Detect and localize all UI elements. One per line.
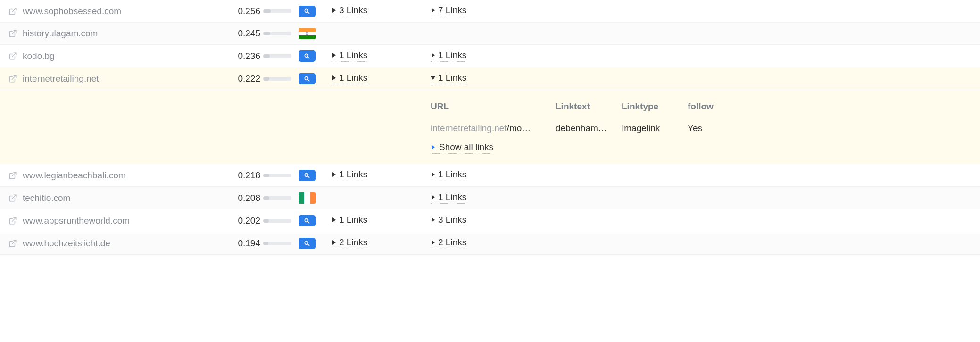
score-bar bbox=[263, 174, 299, 177]
links-toggle[interactable]: 1 Links bbox=[431, 50, 466, 62]
links-count: 2 Links bbox=[438, 237, 466, 248]
links-column-2: 1 Links bbox=[431, 169, 972, 181]
svg-line-38 bbox=[307, 244, 309, 245]
score-value: 0.208 bbox=[211, 193, 263, 203]
links-column-2: 2 Links bbox=[431, 237, 972, 249]
caret-right-icon bbox=[431, 194, 435, 200]
links-toggle[interactable]: 1 Links bbox=[332, 73, 367, 84]
domain-link[interactable]: historyulagam.com bbox=[23, 28, 98, 39]
svg-rect-28 bbox=[304, 192, 310, 204]
links-toggle[interactable]: 1 Links bbox=[332, 50, 367, 62]
domain-link[interactable]: www.hochzeitslicht.de bbox=[23, 238, 110, 249]
caret-right-icon bbox=[332, 75, 336, 81]
svg-line-31 bbox=[12, 217, 16, 221]
external-link-icon[interactable] bbox=[8, 217, 17, 225]
external-link-icon[interactable] bbox=[8, 29, 17, 38]
links-toggle[interactable]: 1 Links bbox=[332, 215, 367, 226]
svg-rect-27 bbox=[299, 192, 304, 204]
links-toggle[interactable]: 2 Links bbox=[431, 237, 466, 249]
links-count: 1 Links bbox=[438, 50, 466, 60]
links-column-1: 1 Links bbox=[332, 73, 431, 84]
links-count: 1 Links bbox=[339, 215, 367, 225]
show-all-links[interactable]: Show all links bbox=[431, 142, 493, 154]
caret-right-icon bbox=[431, 52, 435, 58]
details-row: internetretailing.net/mo…debenham…Imagel… bbox=[431, 120, 972, 142]
caret-right-icon bbox=[431, 172, 435, 177]
links-toggle[interactable]: 7 Links bbox=[431, 5, 466, 17]
score-bar bbox=[263, 196, 299, 200]
external-link-icon[interactable] bbox=[8, 239, 17, 248]
svg-marker-13 bbox=[332, 53, 336, 58]
links-column-2: 1 Links bbox=[431, 192, 972, 204]
links-toggle[interactable]: 1 Links bbox=[332, 169, 367, 181]
caret-right-icon bbox=[332, 240, 336, 245]
domain-link[interactable]: kodo.bg bbox=[23, 51, 55, 61]
caret-right-icon bbox=[431, 240, 435, 245]
details-url[interactable]: internetretailing.net/mo… bbox=[431, 123, 556, 133]
search-button[interactable] bbox=[299, 50, 316, 62]
score-bar bbox=[263, 9, 299, 13]
links-column-2: 1 Links bbox=[431, 73, 972, 84]
table-row: www.legianbeachbali.com0.2181 Links1 Lin… bbox=[0, 164, 980, 187]
svg-marker-34 bbox=[332, 217, 336, 222]
links-column-2: 3 Links bbox=[431, 215, 972, 226]
svg-line-15 bbox=[12, 75, 16, 79]
svg-line-23 bbox=[307, 176, 309, 177]
search-button[interactable] bbox=[299, 73, 316, 84]
country-flag-india bbox=[299, 28, 332, 39]
links-toggle[interactable]: 1 Links bbox=[431, 73, 466, 84]
links-count: 7 Links bbox=[438, 5, 466, 16]
svg-line-10 bbox=[12, 53, 16, 57]
table-row: www.appsruntheworld.com0.2021 Links3 Lin… bbox=[0, 209, 980, 232]
search-button[interactable] bbox=[299, 6, 316, 17]
search-button[interactable] bbox=[299, 170, 316, 181]
external-link-icon[interactable] bbox=[8, 194, 17, 202]
links-column-2: 7 Links bbox=[431, 5, 972, 17]
show-all-label: Show all links bbox=[439, 142, 493, 152]
search-button[interactable] bbox=[299, 238, 316, 249]
score-value: 0.222 bbox=[211, 74, 263, 84]
svg-line-12 bbox=[307, 57, 309, 58]
svg-line-17 bbox=[307, 79, 309, 81]
svg-marker-4 bbox=[432, 8, 435, 13]
external-link-icon[interactable] bbox=[8, 52, 17, 60]
external-link-icon[interactable] bbox=[8, 7, 17, 16]
score-bar bbox=[263, 77, 299, 81]
details-follow: Yes bbox=[688, 123, 725, 133]
external-link-icon[interactable] bbox=[8, 75, 17, 83]
table-row: historyulagam.com0.245 bbox=[0, 23, 980, 45]
links-toggle[interactable]: 1 Links bbox=[431, 192, 466, 204]
domain-link[interactable]: www.legianbeachbali.com bbox=[23, 170, 126, 181]
domain-cell: techitio.com bbox=[8, 193, 211, 203]
links-toggle[interactable]: 3 Links bbox=[431, 215, 466, 226]
links-toggle[interactable]: 1 Links bbox=[431, 169, 466, 181]
svg-line-2 bbox=[307, 12, 309, 13]
svg-marker-40 bbox=[432, 240, 435, 245]
search-badge-cell bbox=[299, 215, 332, 226]
caret-right-icon bbox=[332, 172, 336, 177]
svg-marker-20 bbox=[432, 145, 435, 150]
domain-link[interactable]: internetretailing.net bbox=[23, 74, 99, 84]
external-link-icon[interactable] bbox=[8, 171, 17, 180]
svg-line-5 bbox=[12, 30, 16, 34]
domain-cell: kodo.bg bbox=[8, 51, 211, 61]
country-flag-ireland bbox=[299, 192, 332, 204]
domain-link[interactable]: techitio.com bbox=[23, 193, 70, 203]
score-bar bbox=[263, 32, 299, 35]
svg-marker-30 bbox=[432, 195, 435, 200]
links-column-1: 1 Links bbox=[332, 50, 431, 62]
domain-link[interactable]: www.appsruntheworld.com bbox=[23, 216, 130, 226]
details-header: URLLinktextLinktypefollow bbox=[431, 95, 972, 120]
links-toggle[interactable]: 2 Links bbox=[332, 237, 367, 249]
caret-down-icon bbox=[431, 75, 435, 81]
table-row: internetretailing.net0.2221 Links1 Links bbox=[0, 67, 980, 90]
score-value: 0.218 bbox=[211, 170, 263, 181]
caret-right-icon bbox=[431, 8, 435, 13]
svg-marker-39 bbox=[332, 240, 336, 245]
search-button[interactable] bbox=[299, 215, 316, 226]
links-column-1: 3 Links bbox=[332, 5, 431, 17]
links-toggle[interactable]: 3 Links bbox=[332, 5, 367, 17]
details-header-url: URL bbox=[431, 101, 556, 112]
domain-link[interactable]: www.sophobsessed.com bbox=[23, 6, 121, 17]
score-value: 0.202 bbox=[211, 216, 263, 226]
